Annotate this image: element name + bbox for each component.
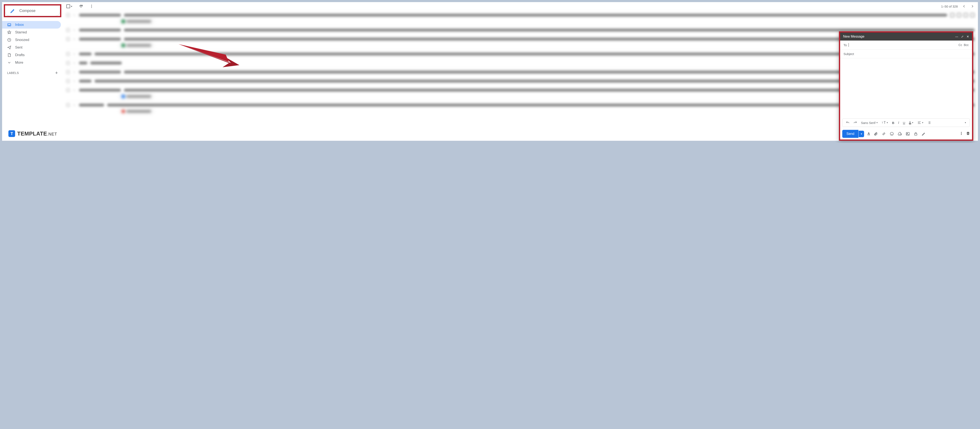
svg-rect-8 (915, 134, 917, 135)
compose-bottom-bar: Send ▼ A (840, 128, 972, 139)
message-body[interactable] (840, 58, 972, 117)
minimize-icon[interactable]: — (955, 35, 958, 38)
italic-button[interactable]: I (897, 120, 900, 125)
confidential-icon[interactable] (914, 132, 918, 136)
subject-field[interactable]: Subject (840, 49, 972, 58)
file-icon (7, 53, 11, 57)
email-row[interactable]: ☆ (66, 49, 975, 58)
drive-icon[interactable] (898, 132, 902, 136)
email-row[interactable]: ☆ (66, 86, 975, 94)
nav-inbox-label: Inbox (15, 23, 24, 27)
attach-icon[interactable] (874, 132, 878, 136)
link-icon[interactable] (882, 132, 886, 136)
nav-sent-label: Sent (15, 45, 22, 49)
list-button[interactable] (926, 120, 932, 125)
nav-sent[interactable]: Sent (2, 44, 61, 51)
bcc-button[interactable]: Bcc (964, 43, 969, 47)
close-icon[interactable]: ✕ (967, 35, 969, 38)
expand-icon[interactable]: ⤢ (961, 35, 964, 38)
labels-header: LABELS + (2, 66, 63, 77)
watermark: T TEMPLATE.NET (8, 130, 57, 137)
email-row[interactable]: ☆ (66, 100, 975, 110)
send-button[interactable]: Send (842, 130, 858, 138)
font-size-button[interactable]: TT▼ (880, 120, 889, 125)
chevron-down-icon (7, 61, 11, 65)
next-page-icon[interactable] (970, 4, 975, 8)
svg-point-5 (890, 132, 893, 136)
email-row[interactable]: ☆ (66, 67, 975, 77)
nav-starred[interactable]: Starred (2, 29, 61, 36)
star-icon (7, 30, 11, 35)
toolbar: ▼ 1–50 of 328 (63, 2, 978, 11)
svg-point-4 (91, 7, 92, 8)
font-select[interactable]: Sans Serif▼ (860, 120, 879, 125)
svg-point-3 (91, 6, 92, 6)
main-panel: ▼ 1–50 of 328 ☆ ☆ ☆ ☆ ☆ ☆ ☆ ☆ (63, 2, 978, 141)
undo-button[interactable] (845, 120, 851, 125)
cc-button[interactable]: Cc (959, 43, 962, 47)
sidebar: Compose Inbox Starred Snoozed Sent Draft… (2, 2, 63, 141)
svg-point-2 (91, 5, 92, 5)
nav-inbox[interactable]: Inbox (2, 21, 61, 29)
add-label-button[interactable]: + (55, 70, 58, 76)
prev-page-icon[interactable] (962, 4, 966, 8)
align-button[interactable]: ▼ (916, 120, 925, 125)
nav-snoozed-label: Snoozed (15, 38, 29, 42)
pencil-icon (10, 8, 16, 13)
svg-point-11 (961, 134, 962, 135)
format-more-button[interactable]: ▼ (963, 121, 967, 124)
refresh-icon[interactable] (79, 4, 83, 8)
send-options-button[interactable]: ▼ (859, 131, 864, 137)
svg-point-10 (961, 133, 962, 134)
emoji-icon[interactable] (890, 132, 894, 136)
svg-point-9 (961, 132, 962, 132)
underline-button[interactable]: U (902, 120, 907, 125)
nav-more[interactable]: More (2, 59, 61, 66)
compose-window: New Message — ⤢ ✕ To Cc Bcc Subject (839, 31, 973, 141)
nav-more-label: More (15, 61, 23, 65)
signature-icon[interactable] (922, 132, 926, 136)
nav-drafts[interactable]: Drafts (2, 51, 61, 59)
compose-title: New Message (843, 35, 955, 38)
labels-title: LABELS (7, 71, 19, 75)
email-row[interactable]: ☆ (66, 26, 975, 35)
watermark-icon: T (8, 130, 15, 137)
subject-placeholder: Subject (843, 52, 854, 56)
compose-label: Compose (19, 9, 35, 13)
nav-drafts-label: Drafts (15, 53, 25, 57)
inbox-icon (7, 23, 11, 27)
bold-button[interactable]: B (891, 120, 896, 125)
pagination-text: 1–50 of 328 (941, 5, 958, 8)
email-row[interactable]: ☆ (66, 58, 975, 67)
compose-header[interactable]: New Message — ⤢ ✕ (840, 33, 972, 41)
more-options-icon[interactable] (959, 131, 963, 136)
clock-icon (7, 38, 11, 42)
text-color-button[interactable]: A▼ (908, 120, 915, 125)
watermark-text: TEMPLATE.NET (17, 131, 57, 137)
email-row[interactable]: ☆ (66, 11, 975, 19)
compose-highlight-box: Compose (4, 4, 61, 17)
redo-button[interactable] (852, 120, 858, 125)
send-icon (7, 45, 11, 49)
nav-snoozed[interactable]: Snoozed (2, 36, 61, 44)
format-toggle-icon[interactable]: A (867, 132, 870, 136)
select-all-checkbox[interactable]: ▼ (66, 5, 73, 8)
compose-button[interactable]: Compose (5, 5, 60, 16)
font-label: Sans Serif (861, 121, 875, 124)
email-row[interactable]: ☆ (66, 35, 975, 43)
discard-icon[interactable] (966, 131, 970, 136)
send-label: Send (846, 132, 854, 136)
nav-starred-label: Starred (15, 30, 27, 35)
image-icon[interactable] (906, 132, 910, 136)
formatting-toolbar: Sans Serif▼ TT▼ B I U A▼ ▼ ▼ (842, 118, 970, 127)
to-field[interactable]: To Cc Bcc (840, 41, 972, 49)
to-label: To (843, 43, 847, 47)
email-row[interactable]: ☆ (66, 77, 975, 86)
more-icon[interactable] (89, 4, 94, 8)
